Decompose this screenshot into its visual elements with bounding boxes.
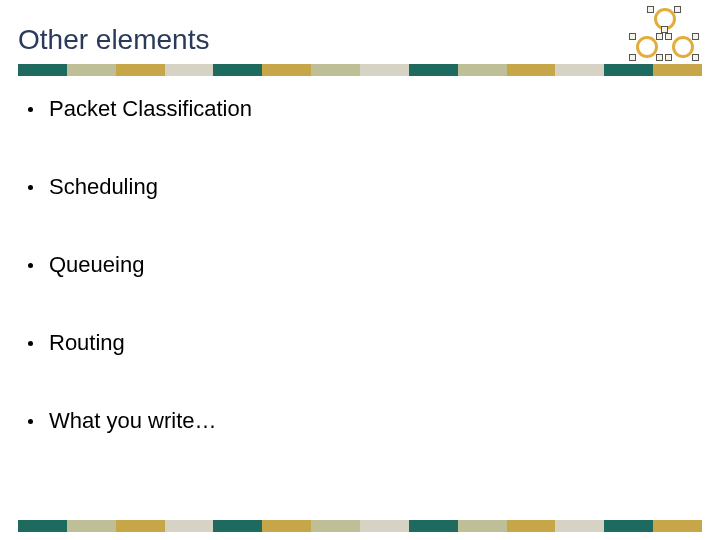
stripe-seg <box>555 520 604 532</box>
bullet-dot-icon <box>28 263 33 268</box>
stripe-seg <box>507 520 556 532</box>
bullet-item: What you write… <box>28 408 680 434</box>
stripe-seg <box>409 520 458 532</box>
bullet-text: Scheduling <box>49 174 158 200</box>
divider-stripe-top <box>18 64 702 76</box>
bullet-item: Scheduling <box>28 174 680 200</box>
stripe-seg <box>18 520 67 532</box>
stripe-seg <box>409 64 458 76</box>
stripe-seg <box>67 520 116 532</box>
stripe-seg <box>360 64 409 76</box>
bullet-list: Packet ClassificationSchedulingQueueingR… <box>28 96 680 486</box>
stripe-seg <box>360 520 409 532</box>
stripe-seg <box>213 520 262 532</box>
divider-stripe-bottom <box>18 520 702 532</box>
stripe-seg <box>165 64 214 76</box>
bullet-dot-icon <box>28 107 33 112</box>
bullet-text: Packet Classification <box>49 96 252 122</box>
stripe-seg <box>653 64 702 76</box>
stripe-seg <box>165 520 214 532</box>
slide-title: Other elements <box>18 24 209 56</box>
bullet-dot-icon <box>28 341 33 346</box>
bullet-dot-icon <box>28 419 33 424</box>
stripe-seg <box>604 64 653 76</box>
stripe-seg <box>116 520 165 532</box>
bullet-item: Packet Classification <box>28 96 680 122</box>
stripe-seg <box>604 520 653 532</box>
slide: Other elements Packet ClassificationSche… <box>0 0 720 540</box>
bullet-item: Queueing <box>28 252 680 278</box>
bullet-text: Queueing <box>49 252 144 278</box>
stripe-seg <box>653 520 702 532</box>
stripe-seg <box>262 64 311 76</box>
stripe-seg <box>458 64 507 76</box>
stripe-seg <box>555 64 604 76</box>
stripe-seg <box>458 520 507 532</box>
bullet-text: What you write… <box>49 408 217 434</box>
bullet-dot-icon <box>28 185 33 190</box>
stripe-seg <box>507 64 556 76</box>
stripe-seg <box>213 64 262 76</box>
stripe-seg <box>262 520 311 532</box>
stripe-seg <box>67 64 116 76</box>
stripe-seg <box>18 64 67 76</box>
stripe-seg <box>311 520 360 532</box>
bullet-text: Routing <box>49 330 125 356</box>
stripe-seg <box>311 64 360 76</box>
bullet-item: Routing <box>28 330 680 356</box>
stripe-seg <box>116 64 165 76</box>
router-logo <box>626 6 706 70</box>
